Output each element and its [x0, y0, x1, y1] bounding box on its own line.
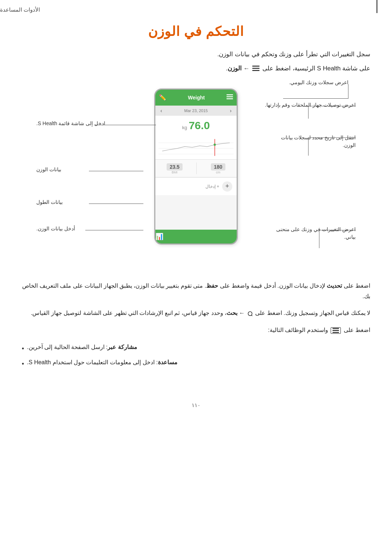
phone-weight-value: 76.0: [189, 119, 210, 131]
annotation-weight-data: بيانات الوزن: [36, 167, 61, 172]
phone-add-row: + + إدخال: [155, 177, 237, 195]
phone-nav-right: ›: [160, 108, 162, 114]
svg-point-10: [214, 144, 216, 146]
svg-line-12: [252, 315, 253, 316]
svg-rect-4: [226, 97, 233, 98]
phone-mockup: Weight ✏️ ‹ Mar 23, 2015 › 76.0 kg: [154, 89, 238, 245]
svg-rect-5: [226, 98, 233, 99]
annotation-add-data: أدخل بيانات الوزن.: [36, 226, 75, 231]
phone-weight-unit: kg: [182, 125, 187, 130]
annotation-chart-view: اعرض التغييرات في وزنك على منحنى بياني.: [276, 226, 356, 241]
annotation-daily-logs: اعرض سجلات وزنك اليومي.: [289, 79, 348, 85]
line-acc-v: [308, 106, 309, 119]
bullet-item-share: • مشاركة عبر: ارسل الصفحة الحالية إلى آخ…: [22, 342, 348, 354]
phone-chart-area: [155, 134, 237, 159]
line-navdate-h: [309, 138, 356, 138]
phone-menu-icon: [226, 94, 233, 101]
annotation-s-health: ادخل إلى شاشة قائمة S Health.: [36, 120, 105, 126]
svg-rect-15: [332, 332, 339, 333]
intro-line1: سجل التغييرات التي تطرأ على وزنك وتحكم ف…: [22, 49, 370, 60]
diagram-section: Weight ✏️ ‹ Mar 23, 2015 › 76.0 kg: [22, 78, 370, 266]
svg-rect-2: [252, 70, 260, 71]
bullet-item-help: • مساعدة: ادخل إلى معلومات التعليمات حول…: [22, 357, 348, 370]
phone-height-section: 180 cm 23.5 BMI: [155, 159, 237, 177]
phone-edit-icon: ✏️: [159, 94, 166, 101]
page-number: ١١٠: [0, 402, 392, 416]
phone-height-val2: 23.5: [167, 163, 182, 171]
annotation-nav-date: انتقل إلى تاريخ محدد لسجلات بيانات الوزن…: [281, 134, 356, 149]
line-daily-logs: [348, 84, 348, 99]
intro-line2: على شاشة S Health الرئيسية، اضغط على ← ا…: [22, 63, 370, 74]
phone-add-label: + إدخال: [205, 184, 219, 189]
svg-rect-1: [252, 68, 260, 69]
body-para-3: اضغط على واستخدم الوظائف التالية:: [22, 325, 370, 336]
phone-title: Weight: [188, 95, 205, 100]
page-title: التحكم في الوزن: [22, 24, 370, 39]
svg-rect-13: [332, 328, 339, 329]
line-ad-h: [85, 230, 143, 230]
phone-add-button[interactable]: +: [222, 181, 232, 192]
phone-nav-left: ‹: [230, 108, 232, 114]
line-shealth-h: [94, 125, 156, 125]
annotation-height-data: بيانات الطول: [36, 199, 63, 205]
line-cv-v: [319, 230, 319, 248]
line-wd-h: [89, 171, 143, 171]
svg-rect-3: [226, 94, 233, 95]
svg-rect-14: [332, 330, 339, 331]
phone-weight-display: 76.0 kg: [155, 116, 237, 134]
header-label: الأدوات المساعدة: [0, 7, 43, 13]
phone-chart-icon: 📊: [155, 233, 163, 241]
phone-bottom-bar: 📊: [155, 230, 237, 243]
line-navdate-v: [308, 138, 309, 156]
bullet-list: • مشاركة عبر: ارسل الصفحة الحالية إلى آخ…: [22, 342, 348, 370]
line-acc-h: [309, 106, 356, 106]
annotation-accessories: اعرض توصيلات جهاز الملحقات وقم بإدارتها.: [265, 101, 356, 109]
svg-rect-0: [252, 66, 260, 67]
phone-date: Mar 23, 2015: [184, 108, 208, 113]
phone-height-val1: 180: [211, 163, 225, 171]
body-para-2: لا يمكنك قياس الجهاز وتسجيل وزنك. اضغط ع…: [22, 308, 370, 319]
svg-point-11: [248, 312, 252, 316]
line-hd-h: [89, 204, 143, 204]
body-para-1: اضغط على تحديث لإدخال بيانات الوزن. أدخل…: [22, 281, 370, 302]
line-cv-h: [319, 230, 356, 230]
line-daily-logs-h: [283, 98, 348, 99]
